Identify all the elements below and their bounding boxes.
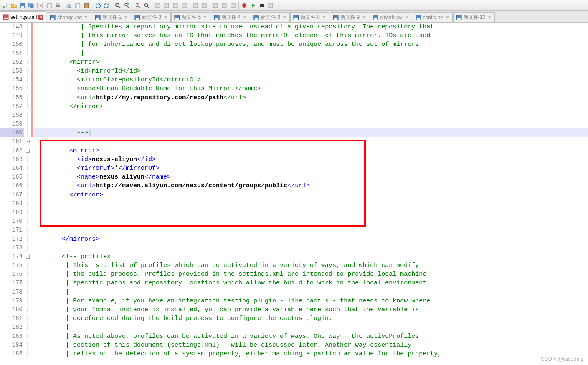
code-text[interactable]: <name>Human Readable Name for this Mirro… xyxy=(31,84,588,93)
close-icon[interactable]: ✕ xyxy=(203,15,208,20)
code-editor[interactable]: 148│ | Specifies a repository mirror sit… xyxy=(0,23,588,365)
code-line[interactable]: 164│ <mirrorOf>*</mirrorOf> xyxy=(0,164,588,173)
copy-button[interactable] xyxy=(74,1,82,10)
find-button[interactable] xyxy=(114,1,122,10)
new-button[interactable] xyxy=(1,1,9,10)
code-text[interactable]: <mirrorOf>repositoryId</mirrorOf> xyxy=(31,76,588,84)
code-line[interactable]: 183│ | As noted above, profiles can be a… xyxy=(0,332,588,341)
code-line[interactable]: 154│ <mirrorOf>repositoryId</mirrorOf> xyxy=(0,76,588,84)
code-text[interactable]: <mirror> xyxy=(31,58,588,67)
code-text[interactable]: | for inheritance and direct lookup purp… xyxy=(31,40,588,49)
code-text[interactable]: | Specifies a repository mirror site to … xyxy=(31,23,588,31)
zoom-in-button[interactable] xyxy=(134,1,142,10)
close-icon[interactable]: ✕ xyxy=(282,15,287,20)
code-line[interactable]: 169│ xyxy=(0,208,588,217)
code-line[interactable]: 181│ | dereferenced during the build pro… xyxy=(0,314,588,323)
code-line[interactable]: 153│ <id>mirrorId</id> xyxy=(0,67,588,76)
code-text[interactable]: | xyxy=(31,49,588,58)
code-text[interactable]: | This is a list of profiles which can b… xyxy=(31,261,588,270)
indent-button[interactable] xyxy=(171,1,180,10)
code-line[interactable]: 148│ | Specifies a repository mirror sit… xyxy=(0,23,588,31)
code-line[interactable]: 163│ <id>nexus-aliyun</id> xyxy=(0,155,588,164)
code-line[interactable]: 179│ | For example, if you have an integ… xyxy=(0,297,588,305)
play-button[interactable] xyxy=(249,1,257,10)
close-icon[interactable]: ✕ xyxy=(163,15,168,20)
code-line[interactable]: 176│ | the build process. Profiles provi… xyxy=(0,270,588,279)
code-line[interactable]: 185│ | relies on the detection of a syst… xyxy=(0,350,588,358)
code-line[interactable]: 178│ | xyxy=(0,288,588,297)
code-line[interactable]: 171│ xyxy=(0,226,588,234)
close-icon[interactable]: ✕ xyxy=(487,15,492,20)
code-text[interactable] xyxy=(31,111,588,120)
tab-10[interactable]: config.txt✕ xyxy=(413,12,453,22)
closeall-button[interactable] xyxy=(45,1,53,10)
code-text[interactable] xyxy=(31,208,588,217)
stop-button[interactable] xyxy=(258,1,266,10)
close-icon[interactable]: ✕ xyxy=(404,15,409,20)
code-text[interactable] xyxy=(31,226,588,234)
code-text[interactable]: <id>mirrorId</id> xyxy=(31,67,588,76)
cut-button[interactable] xyxy=(65,1,73,10)
code-line[interactable]: 149│ | this mirror serves has an ID that… xyxy=(0,31,588,40)
code-text[interactable] xyxy=(31,137,588,146)
code-text[interactable] xyxy=(31,217,588,226)
close-icon[interactable]: ✕ xyxy=(38,15,43,20)
unfold-button[interactable] xyxy=(200,1,208,10)
close-icon[interactable]: ✕ xyxy=(445,15,450,20)
code-line[interactable]: 172│ </mirrors> xyxy=(0,235,588,244)
close-icon[interactable]: ✕ xyxy=(84,15,89,20)
tab-11[interactable]: 新文件 10✕ xyxy=(453,12,495,22)
outdent-button[interactable] xyxy=(180,1,188,10)
playback-button[interactable] xyxy=(266,1,275,10)
code-text[interactable]: <mirrorOf>*</mirrorOf> xyxy=(31,164,588,173)
tab-8[interactable]: 新文件 9✕ xyxy=(330,12,369,22)
code-text[interactable]: -->| xyxy=(31,128,588,137)
tab-4[interactable]: 新文件 5✕ xyxy=(171,12,210,22)
close-button[interactable] xyxy=(36,1,44,10)
code-text[interactable]: </mirrors> xyxy=(31,235,588,244)
fold-marker[interactable]: − xyxy=(24,137,31,146)
prev-bookmark-button[interactable] xyxy=(229,1,237,10)
code-text[interactable]: <url>http://my.repository.com/repo/path<… xyxy=(31,93,588,102)
code-text[interactable]: <!-- profiles xyxy=(31,252,588,261)
code-text[interactable]: | this mirror serves has an ID that matc… xyxy=(31,31,588,40)
code-line[interactable]: 151│ | xyxy=(0,49,588,58)
showall-button[interactable] xyxy=(162,1,171,10)
code-line[interactable]: 184│ | section of this document (setting… xyxy=(0,341,588,350)
close-icon[interactable]: ✕ xyxy=(361,15,366,20)
code-line[interactable]: 155│ <name>Human Readable Name for this … xyxy=(0,84,588,93)
code-line[interactable]: 180│ | your Tomcat instance is installed… xyxy=(0,305,588,314)
tab-6[interactable]: 新文件 6✕ xyxy=(251,12,290,22)
code-text[interactable]: | specific paths and repository location… xyxy=(31,279,588,287)
tab-1[interactable]: change.log✕ xyxy=(47,12,91,22)
code-line[interactable]: 161− xyxy=(0,137,588,146)
code-line[interactable]: 167│ </mirror> xyxy=(0,191,588,199)
code-line[interactable]: 150│ | for inheritance and direct lookup… xyxy=(0,40,588,49)
close-icon[interactable]: ✕ xyxy=(123,15,128,20)
code-text[interactable] xyxy=(31,244,588,252)
code-text[interactable] xyxy=(31,199,588,208)
code-text[interactable]: | xyxy=(31,323,588,332)
tab-5[interactable]: 新文件 4✕ xyxy=(211,12,250,22)
tab-0[interactable]: settings.xml✕ xyxy=(0,11,46,22)
bookmark-button[interactable] xyxy=(211,1,220,10)
save-button[interactable] xyxy=(18,1,27,10)
redo-button[interactable] xyxy=(102,1,111,10)
print-button[interactable] xyxy=(53,1,62,10)
paste-button[interactable] xyxy=(82,1,91,10)
code-line[interactable]: 157│ </mirror> xyxy=(0,102,588,111)
record-button[interactable] xyxy=(240,1,248,10)
code-text[interactable]: <mirror> xyxy=(31,146,588,155)
tab-3[interactable]: 新文件 3✕ xyxy=(132,12,171,22)
close-icon[interactable]: ✕ xyxy=(242,15,247,20)
code-text[interactable]: | section of this document (settings.xml… xyxy=(31,341,588,350)
code-text[interactable]: <id>nexus-aliyun</id> xyxy=(31,155,588,164)
fold-marker[interactable]: − xyxy=(24,252,31,261)
code-text[interactable] xyxy=(31,120,588,128)
code-line[interactable]: 152│ <mirror> xyxy=(0,58,588,67)
code-text[interactable]: | xyxy=(31,288,588,297)
code-line[interactable]: 162− <mirror> xyxy=(0,146,588,155)
tab-9[interactable]: cityinfo.py✕ xyxy=(370,12,412,22)
code-line[interactable]: 166│ <url>http://maven.aliyun.com/nexus/… xyxy=(0,181,588,190)
code-text[interactable]: | As noted above, profiles can be activa… xyxy=(31,332,588,341)
